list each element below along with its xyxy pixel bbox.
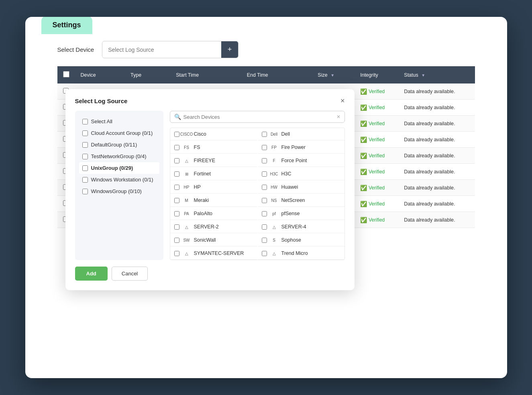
group-item-windows-workstation[interactable]: Windows Workstation (0/1) — [79, 174, 159, 185]
device-item-fs[interactable]: FS FS — [170, 141, 257, 154]
settings-tab[interactable]: Settings — [41, 17, 92, 34]
device-item-trend-micro[interactable]: △ Trend Micro — [258, 247, 344, 260]
group-checkbox-select-all[interactable] — [82, 119, 88, 124]
device-logo-h3c: H3C — [270, 171, 278, 177]
device-logo-server-4: △ — [270, 224, 278, 230]
search-bar[interactable]: 🔍 ✕ — [170, 111, 345, 123]
devices-grid-wrapper: CISCO Cisco Dell Dell FS FS FP Fire Powe… — [170, 128, 345, 260]
group-item-unix[interactable]: UnixGroup (0/29) — [79, 162, 159, 174]
group-label-testnetwork: TestNetworkGroup (0/4) — [91, 153, 147, 159]
row-status: Data already available. — [398, 116, 475, 132]
device-item-fireeye[interactable]: △ FIREEYE — [170, 155, 257, 167]
verified-badge: ✅ Verified — [360, 169, 385, 175]
device-item-server-2[interactable]: △ SERVER-2 — [170, 221, 257, 233]
device-item-sophose[interactable]: S Sophose — [258, 234, 344, 246]
device-item-sonicwall[interactable]: SW SonicWall — [170, 234, 257, 246]
clear-search-icon[interactable]: ✕ — [336, 114, 340, 120]
device-item-force-point[interactable]: F Force Point — [258, 155, 344, 167]
device-checkbox-force-point[interactable] — [262, 158, 267, 163]
device-logo-trend-micro: △ — [270, 250, 278, 256]
device-name-pfsense: pfSense — [281, 211, 300, 216]
device-name-symantec-server: SYMANTEC-SERVER — [194, 250, 244, 256]
modal-cancel-button[interactable]: Cancel — [112, 267, 148, 281]
device-checkbox-fortinet[interactable] — [174, 171, 179, 177]
device-checkbox-fire-power[interactable] — [262, 145, 267, 150]
device-item-pfsense[interactable]: pf pfSense — [258, 208, 344, 220]
device-checkbox-trend-micro[interactable] — [262, 251, 267, 256]
search-devices-input[interactable] — [183, 114, 334, 120]
device-checkbox-meraki[interactable] — [174, 198, 179, 203]
group-checkbox-cloud[interactable] — [82, 130, 88, 136]
device-name-meraki: Meraki — [194, 198, 209, 203]
verified-icon: ✅ — [360, 120, 367, 127]
group-checkbox-unix[interactable] — [82, 165, 88, 171]
group-item-select-all[interactable]: Select All — [79, 116, 159, 127]
col-header-end-time: End Time — [241, 66, 312, 83]
log-source-field[interactable] — [102, 43, 221, 57]
device-checkbox-hp[interactable] — [174, 185, 179, 190]
row-integrity: ✅ Verified — [355, 132, 398, 148]
device-checkbox-paloalto[interactable] — [174, 211, 179, 216]
add-log-source-button[interactable]: + — [221, 41, 238, 58]
device-item-paloalto[interactable]: PA PaloAlto — [170, 208, 257, 220]
device-checkbox-h3c[interactable] — [262, 171, 267, 177]
device-checkbox-pfsense[interactable] — [262, 211, 267, 216]
group-checkbox-testnetwork[interactable] — [82, 154, 88, 159]
group-item-default[interactable]: DefaultGroup (0/11) — [79, 139, 159, 151]
device-checkbox-fs[interactable] — [174, 145, 179, 150]
group-label-windowsgroup: WindowsGroup (0/10) — [91, 188, 142, 194]
modal-header: Select Log Source × — [75, 97, 345, 104]
group-item-testnetwork[interactable]: TestNetworkGroup (0/4) — [79, 151, 159, 162]
group-checkbox-default[interactable] — [82, 142, 88, 148]
verified-badge: ✅ Verified — [360, 185, 385, 191]
device-item-fire-power[interactable]: FP Fire Power — [258, 141, 344, 154]
table-header-checkbox[interactable] — [57, 66, 75, 83]
modal-add-button[interactable]: Add — [75, 267, 108, 281]
col-header-start-time: Start Time — [170, 66, 241, 83]
device-checkbox-server-4[interactable] — [262, 224, 267, 230]
row-status: Data already available. — [398, 180, 475, 196]
device-item-dell[interactable]: Dell Dell — [258, 128, 344, 140]
table-header-row: Device Type Start Time End Time Size ▼ I… — [57, 66, 475, 83]
device-checkbox-fireeye[interactable] — [174, 158, 179, 163]
device-checkbox-symantec-server[interactable] — [174, 251, 179, 256]
device-logo-fortinet: ⊞ — [183, 171, 191, 177]
group-item-cloud[interactable]: Cloud Account Group (0/1) — [79, 127, 159, 139]
device-item-netscreen[interactable]: NS NetScreen — [258, 194, 344, 207]
device-item-fortinet[interactable]: ⊞ Fortinet — [170, 168, 257, 180]
group-label-default: DefaultGroup (0/11) — [91, 142, 137, 148]
size-filter-icon[interactable]: ▼ — [330, 73, 334, 77]
device-item-cisco[interactable]: CISCO Cisco — [170, 128, 257, 140]
group-checkbox-windowsgroup[interactable] — [82, 189, 88, 194]
verified-icon: ✅ — [360, 136, 367, 143]
device-checkbox-cisco[interactable] — [174, 132, 179, 137]
row-integrity: ✅ Verified — [355, 180, 398, 196]
device-checkbox-dell[interactable] — [262, 132, 267, 137]
status-filter-icon[interactable]: ▼ — [421, 73, 425, 77]
device-item-hp[interactable]: HP HP — [170, 181, 257, 193]
row-status: Data already available. — [398, 164, 475, 180]
device-checkbox-sophose[interactable] — [262, 238, 267, 243]
device-name-cisco: Cisco — [194, 131, 206, 137]
group-item-windowsgroup[interactable]: WindowsGroup (0/10) — [79, 185, 159, 197]
verified-badge: ✅ Verified — [360, 120, 385, 127]
device-item-huawei[interactable]: HW Huawei — [258, 181, 344, 193]
select-all-checkbox[interactable] — [63, 71, 69, 77]
device-checkbox-server-2[interactable] — [174, 224, 179, 230]
device-name-server-4: SERVER-4 — [281, 224, 306, 230]
device-name-hp: HP — [194, 184, 201, 190]
device-checkbox-sonicwall[interactable] — [174, 238, 179, 243]
modal-close-button[interactable]: × — [340, 97, 345, 104]
select-log-source-input[interactable]: + — [102, 41, 238, 58]
device-checkbox-huawei[interactable] — [262, 185, 267, 190]
device-item-server-4[interactable]: △ SERVER-4 — [258, 221, 344, 233]
verified-badge: ✅ Verified — [360, 104, 385, 111]
device-item-symantec-server[interactable]: △ SYMANTEC-SERVER — [170, 247, 257, 260]
group-checkbox-windows-workstation[interactable] — [82, 177, 88, 183]
search-icon: 🔍 — [174, 114, 181, 120]
col-header-status: Status ▼ — [398, 66, 475, 83]
device-item-meraki[interactable]: M Meraki — [170, 194, 257, 207]
select-device-label: Select Device — [57, 46, 94, 53]
device-item-h3c[interactable]: H3C H3C — [258, 168, 344, 180]
device-checkbox-netscreen[interactable] — [262, 198, 267, 203]
